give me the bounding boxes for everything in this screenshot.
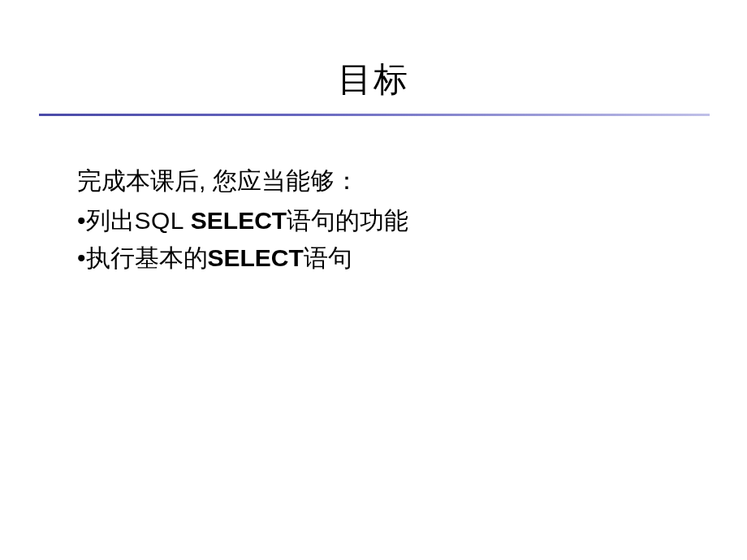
bullet-latin: SQL [135, 207, 191, 234]
bullet-prefix: •执行基本的 [77, 244, 208, 271]
slide: 目标 完成本课后, 您应当能够： •列出SQL SELECT语句的功能 •执行基… [0, 0, 747, 560]
bullet-suffix: 语句 [304, 244, 352, 271]
bullet-suffix: 语句的功能 [287, 207, 408, 234]
bullet-item: •列出SQL SELECT语句的功能 [77, 202, 408, 240]
bullet-bold: SELECT [208, 244, 304, 271]
title-divider [39, 114, 710, 116]
slide-title: 目标 [0, 57, 747, 102]
bullet-bold: SELECT [191, 207, 287, 234]
slide-content: 完成本课后, 您应当能够： •列出SQL SELECT语句的功能 •执行基本的S… [77, 162, 408, 278]
bullet-item: •执行基本的SELECT语句 [77, 239, 408, 278]
intro-text: 完成本课后, 您应当能够： [77, 162, 408, 200]
bullet-prefix: •列出 [77, 207, 135, 234]
